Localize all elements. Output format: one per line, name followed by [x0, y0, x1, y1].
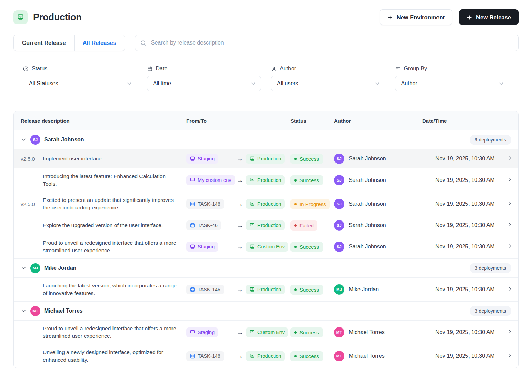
new-environment-button[interactable]: New Environment: [380, 9, 452, 25]
chevron-down-icon: [374, 81, 380, 87]
monitor-check-icon: [249, 201, 255, 207]
page-title: Production: [33, 12, 82, 23]
group-row-mj[interactable]: MJ Mike Jordan 3 deployments: [14, 258, 518, 277]
filter-author-label: Author: [271, 66, 385, 72]
chevron-right-icon: [507, 222, 513, 227]
row-expand-chevron[interactable]: [507, 329, 519, 336]
status-badge: Success: [290, 285, 323, 295]
monitor-icon: [190, 156, 195, 161]
release-description: Launching the latest version, which inco…: [43, 282, 179, 297]
group-row-mt[interactable]: MT Michael Torres 3 deployments: [14, 301, 518, 320]
date-select-value: All time: [153, 80, 171, 87]
release-version: v2.5.0: [21, 201, 43, 207]
deployments-count-badge: 3 deployments: [470, 263, 511, 273]
column-status: Status: [290, 118, 334, 124]
column-from-to: From/To: [186, 118, 290, 124]
row-expand-chevron[interactable]: [507, 353, 519, 360]
date-time: Nov 19, 2025, 10:30 AM: [422, 244, 507, 250]
toolbar: Current Release All Releases: [13, 35, 519, 51]
release-row[interactable]: Launching the latest version, which inco…: [14, 277, 518, 301]
from-env: TASK-146: [186, 351, 236, 361]
release-row[interactable]: v2.5.0 Excited to present an update that…: [14, 192, 518, 216]
status-dot-icon: [294, 158, 297, 160]
check-circle-icon: [23, 66, 29, 72]
release-row[interactable]: v2.5.0 Implement user interface Staging …: [14, 149, 518, 168]
env-badge-label: Production: [257, 156, 281, 161]
row-expand-chevron[interactable]: [507, 155, 519, 162]
filter-date: Date All time: [147, 66, 262, 91]
from-env: TASK-146: [186, 285, 236, 294]
author-name: Mike Jordan: [349, 286, 379, 293]
row-expand-chevron[interactable]: [507, 243, 519, 250]
avatar: MT: [334, 351, 344, 361]
status-select[interactable]: All Statuses: [23, 76, 137, 91]
author-select-value: All users: [277, 80, 298, 87]
release-description: Proud to unveil a redesigned interface t…: [43, 325, 179, 340]
chevron-right-icon: [507, 329, 513, 334]
author-cell: SJ Sarah Johnson: [334, 175, 422, 185]
person-icon: [271, 66, 277, 72]
env-badge-production: Production: [246, 285, 285, 294]
task-list-icon: [190, 353, 195, 359]
date-time: Nov 19, 2025, 10:30 AM: [422, 177, 507, 183]
group-row-sj[interactable]: SJ Sarah Johnson 9 deployments: [14, 130, 518, 149]
filter-group-by-label: Group By: [395, 66, 510, 72]
filter-date-label: Date: [147, 66, 262, 72]
status-dot-icon: [294, 224, 297, 227]
release-row[interactable]: Proud to unveil a redesigned interface t…: [14, 320, 518, 344]
monitor-check-icon: [13, 10, 28, 24]
table-body: SJ Sarah Johnson 9 deployments v2.5.0 Im…: [14, 130, 518, 368]
from-to-cell: Staging → Custom Env: [186, 327, 290, 337]
row-expand-chevron[interactable]: [507, 200, 519, 207]
date-select[interactable]: All time: [147, 76, 262, 91]
filter-status-text: Status: [32, 66, 47, 72]
status-badge: Success: [290, 154, 323, 164]
tab-current-release[interactable]: Current Release: [14, 35, 74, 51]
group-by-select[interactable]: Author: [395, 76, 510, 91]
row-expand-chevron[interactable]: [507, 177, 519, 184]
chevron-down-icon: [250, 81, 256, 87]
new-release-button[interactable]: New Release: [459, 9, 519, 25]
status-badge: Success: [290, 351, 323, 361]
monitor-check-icon: [249, 223, 255, 228]
env-badge-task-46: TASK-46: [186, 220, 221, 230]
author-select[interactable]: All users: [271, 76, 385, 91]
arrow-right-icon: →: [237, 286, 243, 293]
author-name: Sarah Johnson: [349, 244, 386, 250]
author-name: Sarah Johnson: [349, 201, 386, 207]
env-badge-custom-env: Custom Env: [246, 242, 288, 252]
group-by-select-value: Author: [401, 80, 417, 87]
from-env: TASK-146: [186, 199, 236, 209]
release-row[interactable]: Proud to unveil a redesigned interface t…: [14, 235, 518, 258]
deployments-count-badge: 3 deployments: [470, 306, 511, 316]
search-box: [135, 35, 519, 51]
monitor-check-icon: [249, 244, 255, 249]
monitor-check-icon: [249, 156, 255, 161]
status-dot-icon: [294, 355, 297, 357]
status-dot-icon: [294, 203, 297, 205]
env-badge-label: Staging: [198, 244, 215, 249]
release-tabs: Current Release All Releases: [13, 35, 125, 51]
tab-all-releases[interactable]: All Releases: [74, 35, 125, 51]
filter-author-text: Author: [280, 66, 296, 72]
group-author-name: Sarah Johnson: [44, 137, 84, 143]
filters: Status All Statuses Date All time Author: [13, 66, 519, 91]
release-row[interactable]: Explore the upgraded version of the user…: [14, 216, 518, 235]
status-cell: In Progress: [290, 199, 334, 209]
new-environment-label: New Environment: [397, 14, 445, 21]
row-expand-chevron[interactable]: [507, 286, 519, 293]
search-input[interactable]: [135, 35, 519, 51]
author-name: Sarah Johnson: [349, 222, 386, 228]
release-row[interactable]: Introducing the latest feature: Enhanced…: [14, 168, 518, 192]
release-row[interactable]: Unveiling a newly designed interface, op…: [14, 344, 518, 368]
avatar: SJ: [334, 154, 344, 164]
row-expand-chevron[interactable]: [507, 222, 519, 229]
date-time: Nov 19, 2025, 10:30 AM: [422, 222, 507, 228]
avatar: SJ: [334, 199, 344, 209]
filter-author: Author All users: [271, 66, 385, 91]
search-icon: [140, 40, 147, 46]
avatar: MT: [334, 327, 344, 337]
env-badge-label: Production: [257, 287, 281, 292]
env-badge-task-146: TASK-146: [186, 285, 224, 294]
filter-date-text: Date: [156, 66, 168, 72]
